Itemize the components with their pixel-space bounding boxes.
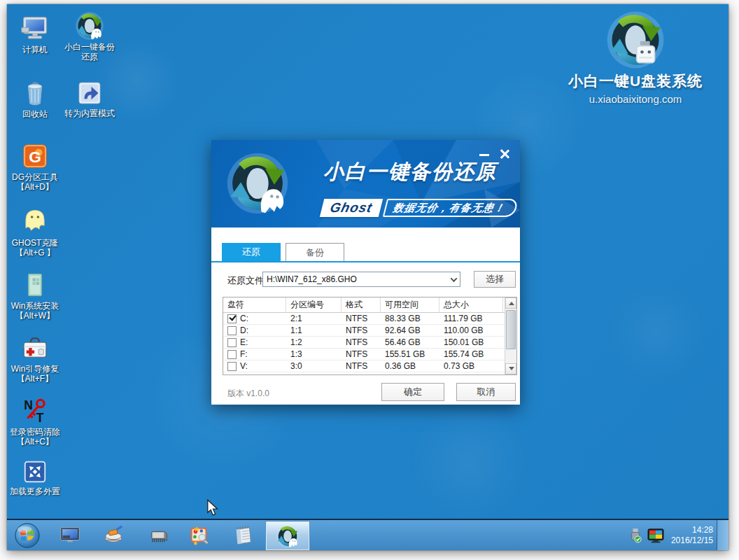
restore-file-label: 还原文件: xyxy=(227,274,267,287)
tab-backup[interactable]: 备份 xyxy=(286,243,344,261)
usb-tray-icon[interactable] xyxy=(629,528,642,543)
desktop-icon-password-clear[interactable]: N T 登录密码清除 【Alt+C】 xyxy=(7,396,69,447)
minimize-icon[interactable] xyxy=(479,154,489,156)
svg-text:G: G xyxy=(29,148,41,166)
clock-time: 14:28 xyxy=(671,525,713,536)
column-header[interactable]: 可用空间 xyxy=(381,298,439,312)
partition-table: 盘符 分区编号 格式 可用空间 总大小 C: 2:1 NTFS 88.33 GB… xyxy=(223,297,517,375)
column-header[interactable]: 盘符 xyxy=(223,298,286,312)
tab-underline xyxy=(211,261,520,262)
column-header[interactable]: 分区编号 xyxy=(286,298,342,312)
start-button-icon[interactable] xyxy=(14,522,41,549)
backup-restore-logo-icon xyxy=(75,11,104,41)
table-row[interactable]: F: 1:3 NTFS 155.51 GB 155.74 GB xyxy=(223,349,505,360)
disk-cleanup-icon[interactable] xyxy=(104,525,125,546)
svg-text:N: N xyxy=(24,398,33,412)
desktop-icon-load-more[interactable]: 加载更多外置 xyxy=(7,458,69,496)
icon-label: 转为内置模式 xyxy=(56,108,123,118)
computer-icon xyxy=(20,14,50,43)
ghost-icon xyxy=(20,207,50,237)
table-row[interactable]: C: 2:1 NTFS 88.33 GB 111.79 GB xyxy=(223,313,505,325)
chevron-down-icon[interactable] xyxy=(447,272,460,286)
backup-restore-dialog: 小白一键备份还原 Ghost 数据无价，有备无患！ 还原 备份 还原文件: H:… xyxy=(211,140,520,405)
taskbar: 14:28 2016/12/15 xyxy=(7,519,729,550)
display-tray-icon[interactable] xyxy=(647,528,664,543)
brand-area: 小白一键U盘装系统 u.xiaobaixitong.com xyxy=(537,10,729,105)
table-row[interactable]: V: 3:0 NTFS 0.36 GB 0.73 GB xyxy=(223,360,505,372)
scrollbar-thumb[interactable] xyxy=(506,310,516,349)
select-file-button[interactable]: 选择 xyxy=(474,271,516,288)
checkbox-unchecked[interactable] xyxy=(227,350,237,359)
checkbox-checked[interactable] xyxy=(227,314,237,323)
show-desktop-button[interactable] xyxy=(717,520,729,550)
restore-file-combobox[interactable]: H:\WIN7_612_x86.GHO xyxy=(262,272,460,287)
software-box-icon xyxy=(20,270,50,300)
scroll-down-icon[interactable] xyxy=(505,363,516,374)
taskbar-clock[interactable]: 14:28 2016/12/15 xyxy=(671,525,713,546)
scroll-up-icon[interactable] xyxy=(505,298,516,309)
nt-key-icon: N T xyxy=(20,396,50,426)
icon-label: 小白一键备份 还原 xyxy=(56,42,123,62)
tab-restore[interactable]: 还原 xyxy=(222,243,281,261)
icon-label: Win引导修复 【Alt+F】 xyxy=(7,364,69,384)
icon-label: GHOST克隆 【Alt+G 】 xyxy=(7,238,69,258)
notepad-icon[interactable] xyxy=(232,525,253,546)
table-row[interactable]: D: 1:1 NTFS 92.64 GB 110.00 GB xyxy=(223,325,505,337)
icon-label: 登录密码清除 【Alt+C】 xyxy=(7,427,69,447)
display-tool-icon[interactable] xyxy=(59,525,80,546)
mouse-cursor-icon xyxy=(206,499,219,516)
image-tool-icon[interactable] xyxy=(189,525,210,546)
desktop-icon-win-boot-repair[interactable]: Win引导修复 【Alt+F】 xyxy=(7,333,69,384)
column-header[interactable]: 总大小 xyxy=(439,298,503,312)
shortcut-arrow-icon xyxy=(76,79,104,107)
expand-arrows-icon xyxy=(22,458,48,485)
clock-date: 2016/12/15 xyxy=(671,536,713,546)
icon-label: DG分区工具 【Alt+D】 xyxy=(7,172,69,192)
ghost-ribbon: Ghost 数据无价，有备无患！ xyxy=(322,199,516,217)
version-label: 版本 v1.0.0 xyxy=(227,388,269,400)
restore-file-row: 还原文件: H:\WIN7_612_x86.GHO 选择 xyxy=(211,270,520,290)
ghost-badge: Ghost xyxy=(320,199,383,217)
memory-chip-icon[interactable] xyxy=(148,525,169,546)
brand-logo-icon xyxy=(601,10,670,70)
xiaobai-app-icon xyxy=(276,524,300,548)
ok-button[interactable]: 确定 xyxy=(381,383,444,401)
close-icon[interactable] xyxy=(499,148,510,160)
table-scrollbar[interactable] xyxy=(505,298,516,374)
recycle-bin-icon xyxy=(20,78,50,108)
dialog-logo-icon xyxy=(225,151,290,216)
table-header-row: 盘符 分区编号 格式 可用空间 总大小 xyxy=(223,298,505,313)
icon-label: 加载更多外置 xyxy=(7,486,69,496)
icon-label: Win系统安装 【Alt+W】 xyxy=(7,301,69,321)
dialog-tabs: 还原 备份 xyxy=(222,243,349,261)
desktop-icon-win-install[interactable]: Win系统安装 【Alt+W】 xyxy=(7,270,69,321)
dg-tool-icon: G xyxy=(20,141,50,171)
system-tray: 14:28 2016/12/15 xyxy=(629,520,713,550)
svg-text:T: T xyxy=(36,411,44,425)
dialog-title: 小白一键备份还原 xyxy=(323,158,497,186)
first-aid-kit-icon xyxy=(20,333,50,363)
checkbox-unchecked[interactable] xyxy=(227,326,237,335)
desktop-icon-dg-partition[interactable]: G DG分区工具 【Alt+D】 xyxy=(7,141,69,192)
brand-title: 小白一键U盘装系统 xyxy=(537,71,729,91)
brand-url: u.xiaobaixitong.com xyxy=(537,93,729,105)
desktop-icon-internal-mode[interactable]: 转为内置模式 xyxy=(56,79,123,118)
slogan-badge: 数据无价，有备无患！ xyxy=(383,199,519,217)
taskbar-active-app-button[interactable] xyxy=(266,522,309,550)
cancel-button[interactable]: 取消 xyxy=(456,383,516,401)
desktop-icon-ghost-clone[interactable]: GHOST克隆 【Alt+G 】 xyxy=(7,207,69,258)
column-header[interactable]: 格式 xyxy=(342,298,381,312)
checkbox-unchecked[interactable] xyxy=(227,338,237,347)
desktop-icon-xiaobai-backup[interactable]: 小白一键备份 还原 xyxy=(56,11,123,62)
desktop-screen: 计算机 小白一键备份 还原 回收站 转为内置模式 xyxy=(7,4,729,550)
table-row[interactable]: E: 1:2 NTFS 56.46 GB 150.01 GB xyxy=(223,337,505,349)
checkbox-unchecked[interactable] xyxy=(227,362,237,371)
dialog-banner: 小白一键备份还原 Ghost 数据无价，有备无患！ xyxy=(211,140,520,227)
restore-file-value: H:\WIN7_612_x86.GHO xyxy=(263,274,447,284)
